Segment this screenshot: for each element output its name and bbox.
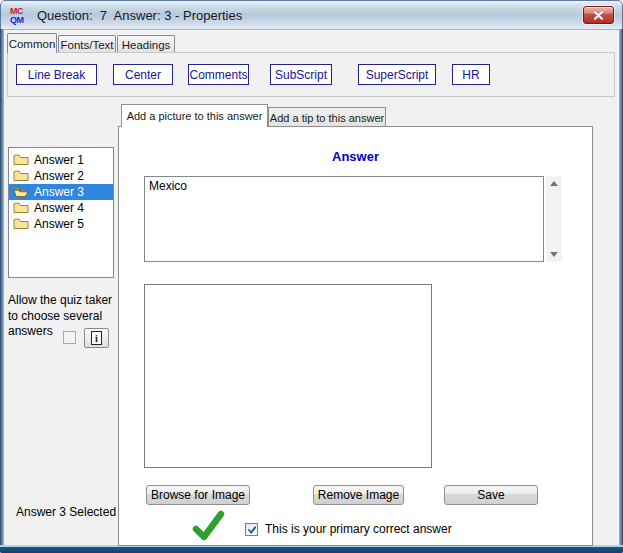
- list-item-label: Answer 2: [34, 169, 84, 183]
- scroll-down-icon: [550, 252, 558, 257]
- hr-button[interactable]: HR: [452, 64, 490, 85]
- tab-add-tip[interactable]: Add a tip to this answer: [268, 107, 386, 127]
- remove-image-button[interactable]: Remove Image: [313, 485, 404, 505]
- answer-text-input[interactable]: Mexico: [144, 176, 544, 262]
- line-break-button[interactable]: Line Break: [16, 64, 97, 85]
- list-item-answer-2[interactable]: Answer 2: [9, 168, 113, 184]
- folder-icon: [13, 217, 29, 230]
- list-item-answer-5[interactable]: Answer 5: [9, 216, 113, 232]
- folder-icon: [13, 169, 29, 182]
- tab-add-picture-label: Add a picture to this answer: [127, 110, 263, 122]
- app-icon-text-bottom: QM: [10, 16, 32, 25]
- window-border-right: [619, 29, 623, 553]
- properties-dialog: MC QM Question: 7 Answer: 3 - Properties…: [0, 0, 623, 553]
- picture-preview-box: [144, 284, 432, 468]
- subscript-button[interactable]: SubScript: [270, 64, 332, 85]
- folder-open-icon: [13, 185, 29, 198]
- tab-common[interactable]: Common: [7, 33, 57, 53]
- tab-headings-label: Headings: [122, 39, 171, 51]
- folder-icon: [13, 201, 29, 214]
- checkbox-check-icon: [247, 525, 257, 535]
- tab-common-label: Common: [9, 38, 56, 50]
- list-item-label: Answer 5: [34, 217, 84, 231]
- browse-for-image-button[interactable]: Browse for Image: [146, 485, 250, 505]
- list-item-label: Answer 1: [34, 153, 84, 167]
- correct-answer-checkmark-icon: [190, 508, 226, 546]
- info-button[interactable]: i: [84, 328, 109, 348]
- titlebar[interactable]: MC QM Question: 7 Answer: 3 - Properties: [0, 0, 623, 30]
- close-icon: [593, 11, 604, 20]
- window-border-left: [0, 29, 4, 553]
- window-border-bottom: [0, 545, 623, 553]
- save-button[interactable]: Save: [444, 485, 538, 505]
- answer-text-scrollbar[interactable]: [546, 176, 562, 262]
- allow-multiple-answers-checkbox[interactable]: [63, 331, 76, 344]
- scroll-down-button[interactable]: [546, 247, 562, 262]
- primary-correct-answer-label: This is your primary correct answer: [265, 523, 452, 536]
- list-item-answer-3[interactable]: Answer 3: [9, 184, 113, 200]
- center-button[interactable]: Center: [113, 64, 173, 85]
- window-title: Question: 7 Answer: 3 - Properties: [37, 1, 242, 31]
- primary-correct-answer-checkbox[interactable]: [245, 523, 258, 536]
- list-item-answer-1[interactable]: Answer 1: [9, 152, 113, 168]
- app-icon: MC QM: [10, 6, 32, 26]
- superscript-button[interactable]: SuperScript: [358, 64, 436, 85]
- tab-add-tip-label: Add a tip to this answer: [270, 112, 384, 124]
- folder-icon: [13, 153, 29, 166]
- scroll-up-button[interactable]: [546, 176, 562, 191]
- list-item-label: Answer 3: [34, 185, 84, 199]
- scroll-up-icon: [550, 181, 558, 186]
- close-button[interactable]: [583, 6, 614, 24]
- answers-listbox: Answer 1 Answer 2 Answer 3 Answer 4: [8, 147, 114, 278]
- tab-fonts-text[interactable]: Fonts/Text: [58, 35, 116, 53]
- tab-add-picture[interactable]: Add a picture to this answer: [121, 104, 268, 127]
- answer-heading: Answer: [118, 149, 593, 164]
- tab-fonts-text-label: Fonts/Text: [60, 39, 113, 51]
- comments-button[interactable]: Comments: [188, 64, 249, 85]
- info-icon: i: [91, 331, 102, 345]
- list-item-label: Answer 4: [34, 201, 84, 215]
- list-item-answer-4[interactable]: Answer 4: [9, 200, 113, 216]
- tab-headings[interactable]: Headings: [117, 35, 175, 53]
- selection-status-text: Answer 3 Selected: [16, 505, 116, 519]
